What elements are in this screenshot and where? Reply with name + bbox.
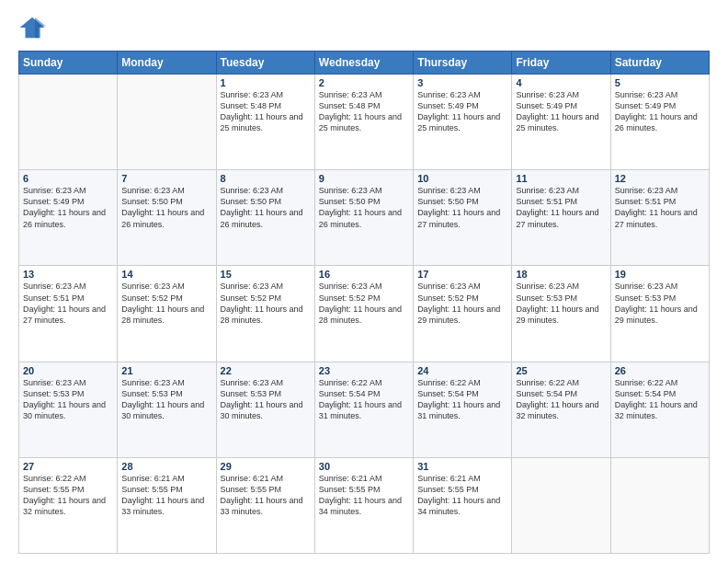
day-number: 23 <box>319 365 409 376</box>
calendar-cell: 24Sunrise: 6:22 AM Sunset: 5:54 PM Dayli… <box>414 362 512 457</box>
day-number: 13 <box>23 269 113 280</box>
calendar-week-row: 27Sunrise: 6:22 AM Sunset: 5:55 PM Dayli… <box>19 457 710 553</box>
calendar-cell: 11Sunrise: 6:23 AM Sunset: 5:51 PM Dayli… <box>512 170 610 266</box>
day-info: Sunrise: 6:23 AM Sunset: 5:52 PM Dayligh… <box>221 281 311 326</box>
calendar-cell: 19Sunrise: 6:23 AM Sunset: 5:53 PM Dayli… <box>610 266 709 362</box>
calendar-cell: 3Sunrise: 6:23 AM Sunset: 5:49 PM Daylig… <box>414 75 512 170</box>
day-info: Sunrise: 6:23 AM Sunset: 5:53 PM Dayligh… <box>121 377 211 422</box>
calendar-cell: 27Sunrise: 6:22 AM Sunset: 5:55 PM Dayli… <box>19 457 118 553</box>
weekday-header-cell: Monday <box>118 52 216 75</box>
day-number: 25 <box>516 365 606 376</box>
calendar-cell: 2Sunrise: 6:23 AM Sunset: 5:48 PM Daylig… <box>314 75 413 170</box>
day-number: 8 <box>221 173 311 184</box>
day-info: Sunrise: 6:22 AM Sunset: 5:54 PM Dayligh… <box>319 377 409 422</box>
svg-marker-0 <box>20 17 45 39</box>
page: SundayMondayTuesdayWednesdayThursdayFrid… <box>0 0 728 563</box>
day-info: Sunrise: 6:21 AM Sunset: 5:55 PM Dayligh… <box>417 473 507 518</box>
calendar-week-row: 1Sunrise: 6:23 AM Sunset: 5:48 PM Daylig… <box>19 75 710 170</box>
weekday-header-cell: Sunday <box>19 52 118 75</box>
day-number: 20 <box>23 365 113 376</box>
day-number: 7 <box>121 173 211 184</box>
calendar-week-row: 6Sunrise: 6:23 AM Sunset: 5:49 PM Daylig… <box>19 170 710 266</box>
day-number: 31 <box>417 461 507 472</box>
calendar-cell: 28Sunrise: 6:21 AM Sunset: 5:55 PM Dayli… <box>118 457 216 553</box>
day-number: 1 <box>221 77 311 88</box>
day-number: 18 <box>516 269 606 280</box>
calendar-cell: 21Sunrise: 6:23 AM Sunset: 5:53 PM Dayli… <box>118 362 216 457</box>
day-number: 6 <box>23 173 113 184</box>
weekday-header-cell: Saturday <box>610 52 709 75</box>
day-info: Sunrise: 6:23 AM Sunset: 5:48 PM Dayligh… <box>319 89 409 134</box>
calendar-cell: 31Sunrise: 6:21 AM Sunset: 5:55 PM Dayli… <box>414 457 512 553</box>
calendar-cell: 8Sunrise: 6:23 AM Sunset: 5:50 PM Daylig… <box>216 170 314 266</box>
day-info: Sunrise: 6:22 AM Sunset: 5:54 PM Dayligh… <box>516 377 606 422</box>
calendar-cell: 15Sunrise: 6:23 AM Sunset: 5:52 PM Dayli… <box>216 266 314 362</box>
day-info: Sunrise: 6:23 AM Sunset: 5:50 PM Dayligh… <box>221 185 311 230</box>
weekday-header-cell: Friday <box>512 52 610 75</box>
day-info: Sunrise: 6:23 AM Sunset: 5:49 PM Dayligh… <box>516 89 606 134</box>
calendar-cell <box>610 457 709 553</box>
day-number: 3 <box>417 77 507 88</box>
calendar-cell: 9Sunrise: 6:23 AM Sunset: 5:50 PM Daylig… <box>314 170 413 266</box>
day-info: Sunrise: 6:23 AM Sunset: 5:51 PM Dayligh… <box>615 185 705 230</box>
day-info: Sunrise: 6:23 AM Sunset: 5:52 PM Dayligh… <box>319 281 409 326</box>
calendar-cell <box>118 75 216 170</box>
day-info: Sunrise: 6:23 AM Sunset: 5:53 PM Dayligh… <box>23 377 113 422</box>
day-number: 9 <box>319 173 409 184</box>
calendar-cell: 20Sunrise: 6:23 AM Sunset: 5:53 PM Dayli… <box>19 362 118 457</box>
day-number: 21 <box>121 365 211 376</box>
calendar-body: 1Sunrise: 6:23 AM Sunset: 5:48 PM Daylig… <box>19 75 710 554</box>
logo <box>18 14 49 41</box>
calendar-week-row: 13Sunrise: 6:23 AM Sunset: 5:51 PM Dayli… <box>19 266 710 362</box>
day-number: 27 <box>23 461 113 472</box>
day-number: 12 <box>615 173 705 184</box>
day-info: Sunrise: 6:23 AM Sunset: 5:53 PM Dayligh… <box>221 377 311 422</box>
day-info: Sunrise: 6:23 AM Sunset: 5:49 PM Dayligh… <box>615 89 705 134</box>
calendar-cell: 23Sunrise: 6:22 AM Sunset: 5:54 PM Dayli… <box>314 362 413 457</box>
logo-icon <box>18 14 46 41</box>
day-number: 28 <box>121 461 211 472</box>
day-number: 10 <box>417 173 507 184</box>
day-info: Sunrise: 6:23 AM Sunset: 5:51 PM Dayligh… <box>23 281 113 326</box>
day-info: Sunrise: 6:22 AM Sunset: 5:55 PM Dayligh… <box>23 473 113 518</box>
weekday-header-cell: Tuesday <box>216 52 314 75</box>
weekday-header-cell: Wednesday <box>314 52 413 75</box>
calendar-cell: 10Sunrise: 6:23 AM Sunset: 5:50 PM Dayli… <box>414 170 512 266</box>
day-number: 4 <box>516 77 606 88</box>
day-number: 26 <box>615 365 705 376</box>
calendar-cell: 30Sunrise: 6:21 AM Sunset: 5:55 PM Dayli… <box>314 457 413 553</box>
day-number: 5 <box>615 77 705 88</box>
day-info: Sunrise: 6:21 AM Sunset: 5:55 PM Dayligh… <box>121 473 211 518</box>
day-info: Sunrise: 6:23 AM Sunset: 5:52 PM Dayligh… <box>121 281 211 326</box>
calendar-cell: 25Sunrise: 6:22 AM Sunset: 5:54 PM Dayli… <box>512 362 610 457</box>
calendar-cell <box>19 75 118 170</box>
day-info: Sunrise: 6:23 AM Sunset: 5:49 PM Dayligh… <box>417 89 507 134</box>
calendar-cell: 29Sunrise: 6:21 AM Sunset: 5:55 PM Dayli… <box>216 457 314 553</box>
day-info: Sunrise: 6:23 AM Sunset: 5:53 PM Dayligh… <box>615 281 705 326</box>
calendar-week-row: 20Sunrise: 6:23 AM Sunset: 5:53 PM Dayli… <box>19 362 710 457</box>
day-number: 24 <box>417 365 507 376</box>
calendar-cell: 4Sunrise: 6:23 AM Sunset: 5:49 PM Daylig… <box>512 75 610 170</box>
day-info: Sunrise: 6:23 AM Sunset: 5:50 PM Dayligh… <box>121 185 211 230</box>
day-number: 14 <box>121 269 211 280</box>
day-number: 17 <box>417 269 507 280</box>
day-info: Sunrise: 6:22 AM Sunset: 5:54 PM Dayligh… <box>417 377 507 422</box>
calendar-cell <box>512 457 610 553</box>
day-info: Sunrise: 6:23 AM Sunset: 5:50 PM Dayligh… <box>417 185 507 230</box>
calendar-cell: 22Sunrise: 6:23 AM Sunset: 5:53 PM Dayli… <box>216 362 314 457</box>
day-info: Sunrise: 6:23 AM Sunset: 5:53 PM Dayligh… <box>516 281 606 326</box>
calendar-cell: 1Sunrise: 6:23 AM Sunset: 5:48 PM Daylig… <box>216 75 314 170</box>
day-number: 29 <box>221 461 311 472</box>
calendar-cell: 13Sunrise: 6:23 AM Sunset: 5:51 PM Dayli… <box>19 266 118 362</box>
day-number: 22 <box>221 365 311 376</box>
calendar-cell: 17Sunrise: 6:23 AM Sunset: 5:52 PM Dayli… <box>414 266 512 362</box>
day-info: Sunrise: 6:21 AM Sunset: 5:55 PM Dayligh… <box>221 473 311 518</box>
calendar-cell: 16Sunrise: 6:23 AM Sunset: 5:52 PM Dayli… <box>314 266 413 362</box>
day-info: Sunrise: 6:23 AM Sunset: 5:50 PM Dayligh… <box>319 185 409 230</box>
weekday-header-cell: Thursday <box>414 52 512 75</box>
calendar-cell: 5Sunrise: 6:23 AM Sunset: 5:49 PM Daylig… <box>610 75 709 170</box>
calendar-cell: 26Sunrise: 6:22 AM Sunset: 5:54 PM Dayli… <box>610 362 709 457</box>
day-info: Sunrise: 6:21 AM Sunset: 5:55 PM Dayligh… <box>319 473 409 518</box>
day-number: 2 <box>319 77 409 88</box>
calendar-cell: 18Sunrise: 6:23 AM Sunset: 5:53 PM Dayli… <box>512 266 610 362</box>
